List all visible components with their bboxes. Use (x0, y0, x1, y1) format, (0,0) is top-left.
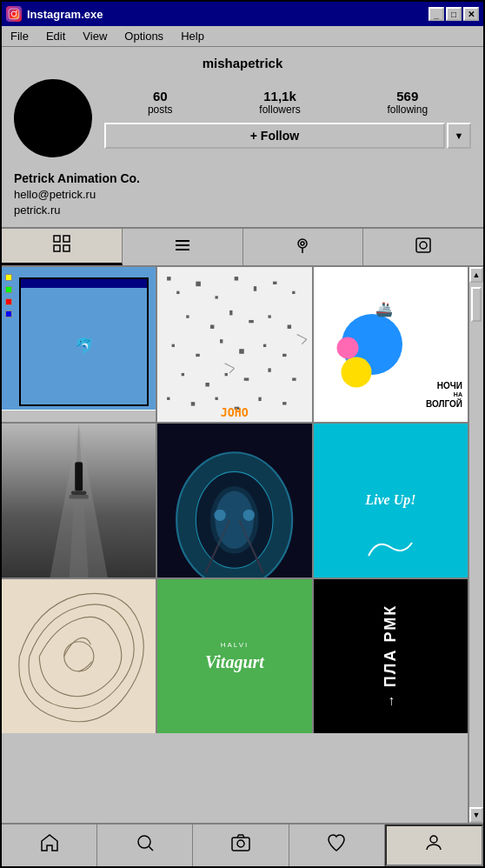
scrollbar-track-area (469, 283, 483, 807)
minimize-button[interactable]: _ (429, 7, 444, 21)
following-count: 569 (396, 89, 418, 103)
svg-point-64 (210, 486, 258, 554)
follow-dropdown-button[interactable]: ▼ (447, 123, 471, 149)
grid-cell-8[interactable]: HALVI Vitagurt (157, 579, 311, 733)
arrow-icon: → (382, 692, 398, 708)
bio-email[interactable]: hello@petrick.ru (14, 187, 471, 203)
menu-file[interactable]: File (7, 30, 32, 43)
tab-location[interactable] (243, 229, 364, 265)
grid-cell-5[interactable] (157, 424, 311, 578)
stats-and-follow: 60 posts 11,1k followers 569 following +… (104, 89, 471, 149)
svg-rect-56 (70, 495, 89, 498)
svg-rect-45 (259, 397, 262, 401)
scrollbar-thumb[interactable] (471, 287, 482, 322)
svg-rect-55 (71, 491, 87, 494)
svg-line-67 (149, 846, 153, 851)
stat-followers: 11,1k followers (259, 89, 300, 116)
tab-list[interactable] (123, 229, 243, 265)
tab-grid[interactable] (2, 229, 123, 265)
grid-cell-7[interactable] (2, 579, 156, 733)
tab-bar (2, 227, 483, 267)
svg-text:JOHO: JOHO (221, 406, 249, 419)
svg-rect-38 (244, 378, 249, 381)
followers-count: 11,1k (263, 89, 296, 103)
scrollbar: ▲ ▼ (468, 267, 483, 823)
menu-bar: File Edit View Options Help (2, 26, 483, 47)
svg-rect-22 (292, 291, 295, 294)
scroll-up-button[interactable]: ▲ (469, 267, 483, 283)
nav-heart[interactable] (289, 825, 385, 866)
svg-rect-20 (254, 287, 256, 292)
vitagurt-small-text: HALVI (221, 641, 249, 649)
svg-rect-37 (225, 373, 228, 376)
svg-rect-32 (240, 350, 245, 355)
svg-rect-30 (196, 354, 200, 357)
menu-help[interactable]: Help (177, 30, 208, 43)
grid-cell-1[interactable]: 🐬 (2, 267, 156, 421)
svg-rect-31 (220, 339, 223, 343)
bio-name: Petrick Animation Co. (14, 171, 471, 185)
menu-options[interactable]: Options (121, 30, 167, 43)
svg-point-66 (138, 836, 150, 848)
menu-edit[interactable]: Edit (43, 30, 69, 43)
nav-camera[interactable] (193, 825, 289, 866)
window-title: Instagram.exe (27, 8, 423, 21)
svg-rect-46 (282, 403, 286, 405)
svg-line-48 (302, 339, 308, 344)
camera-icon (230, 832, 251, 858)
svg-rect-17 (196, 282, 202, 287)
svg-rect-15 (167, 277, 170, 280)
svg-rect-16 (176, 291, 179, 294)
svg-rect-34 (282, 354, 286, 357)
follow-row: + Follow ▼ (104, 123, 471, 149)
svg-rect-3 (54, 236, 60, 242)
svg-point-65 (64, 642, 94, 671)
home-icon (39, 832, 60, 858)
grid-scroll[interactable]: 🐬 (2, 267, 468, 823)
menu-view[interactable]: View (79, 30, 110, 43)
close-button[interactable]: ✕ (463, 7, 479, 21)
svg-point-2 (16, 10, 17, 12)
tab-tagged[interactable] (363, 229, 483, 265)
maximize-button[interactable]: □ (446, 7, 462, 21)
stat-posts: 60 posts (148, 89, 173, 116)
grid-cell-3[interactable]: 🚢 НОЧИ НА ВОЛГОЙ (314, 267, 468, 421)
bio-section: Petrick Animation Co. hello@petrick.ru p… (2, 166, 483, 227)
svg-rect-23 (187, 316, 189, 318)
title-bar: Instagram.exe _ □ ✕ (2, 2, 483, 26)
following-label: following (387, 103, 428, 116)
grid-area: 🐬 (2, 267, 483, 823)
grid-cell-9[interactable]: → ПЛА РМК (314, 579, 468, 733)
svg-rect-0 (9, 9, 19, 19)
svg-rect-4 (63, 236, 70, 242)
svg-point-14 (420, 242, 427, 249)
nav-profile[interactable] (385, 825, 483, 866)
bio-website[interactable]: petrick.ru (14, 203, 471, 218)
followers-label: followers (259, 103, 300, 116)
grid-cell-6[interactable]: Live Up! (314, 424, 468, 578)
svg-rect-28 (288, 325, 291, 329)
svg-point-70 (430, 836, 437, 843)
live-up-text: Live Up! (365, 492, 415, 508)
window-controls: _ □ ✕ (429, 7, 479, 21)
grid-cell-4[interactable] (2, 424, 156, 578)
avatar (14, 79, 92, 157)
svg-rect-13 (416, 238, 430, 252)
svg-rect-21 (273, 282, 276, 284)
scroll-down-button[interactable]: ▼ (469, 807, 483, 823)
nochi-text-2: ВОЛГОЙ (426, 399, 462, 410)
grid-cell-2[interactable]: JOHO (157, 267, 311, 421)
follow-button[interactable]: + Follow (104, 123, 445, 149)
vitagurt-big-text: Vitagurt (205, 652, 264, 672)
svg-rect-6 (63, 245, 70, 251)
nav-home[interactable] (2, 825, 97, 866)
svg-line-50 (229, 369, 235, 374)
profile-main: 60 posts 11,1k followers 569 following +… (14, 79, 471, 157)
profile-icon (423, 832, 444, 858)
location-icon (294, 237, 311, 258)
posts-count: 60 (153, 89, 168, 103)
app-icon (6, 6, 22, 22)
list-icon (174, 237, 191, 258)
nav-search[interactable] (97, 825, 193, 866)
svg-rect-33 (263, 344, 266, 347)
